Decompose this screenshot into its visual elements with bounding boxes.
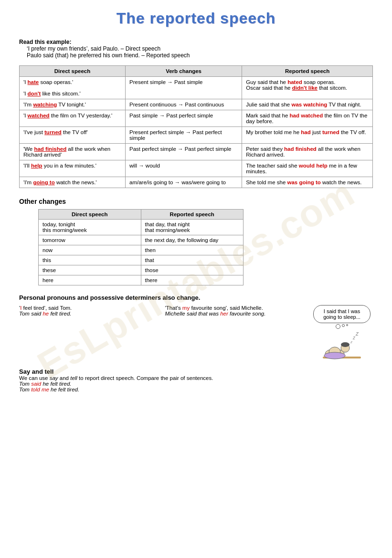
reported-speech-cell: Mark said that he had watched the film o… [242, 110, 373, 127]
header-direct-speech: Direct speech [20, 66, 126, 77]
table-row: 'I hate soap operas.' 'I don't like this… [20, 77, 373, 99]
direct-speech-cell: 'I watched the film on TV yesterday.' [20, 110, 126, 127]
direct-speech-cell: 'We had finished all the work when Richa… [20, 144, 126, 160]
svg-text:z: z [352, 335, 356, 340]
other-header-reported: Reported speech [141, 210, 244, 220]
other-changes-section: Direct speech Reported speech today, ton… [38, 209, 373, 285]
verb-changes-cell: Past simple → Past perfect simple [126, 110, 242, 127]
thought-bubble-section: I said that I was going to sleep... z z … [311, 305, 373, 361]
other-direct-cell: this [39, 255, 141, 265]
other-reported-cell: that day, that nightthat morning/week [141, 220, 244, 235]
table-row: 'I'll help you in a few minutes.' will →… [20, 160, 373, 177]
sleeping-figure-icon: z z z [320, 329, 363, 361]
say-tell-section: Say and tell We can use say and tell to … [19, 368, 373, 392]
other-direct-cell: these [39, 265, 141, 275]
other-reported-cell: then [141, 245, 244, 255]
svg-point-3 [341, 342, 350, 347]
thought-circle-small [346, 324, 348, 326]
table-row: 'I've just turned the TV off' Present pe… [20, 127, 373, 144]
page-title: The reported speech [19, 10, 373, 27]
pronoun-example1: 'I feel tired', said Tom. Tom said he fe… [19, 305, 160, 316]
thought-circle-large [336, 324, 340, 329]
verb-changes-cell: Present perfect simple → Past perfect si… [126, 127, 242, 144]
other-table-row: now then [39, 245, 244, 255]
read-example-section: Read this example: ‘I prefer my own frie… [19, 39, 373, 59]
other-header-direct: Direct speech [39, 210, 141, 220]
direct-speech-cell: 'I'm watching TV tonight.' [20, 99, 126, 110]
other-changes-title: Other changes [19, 198, 373, 205]
direct-speech-cell: 'I hate soap operas.' 'I don't like this… [20, 77, 126, 99]
read-example-line1: ‘I prefer my own friends’, said Paulo. –… [27, 45, 373, 52]
pronouns-examples-left: 'I feel tired', said Tom. Tom said he fe… [19, 305, 160, 316]
verb-changes-cell: am/are/is going to → was/were going to [126, 177, 242, 188]
svg-text:z: z [355, 330, 359, 337]
say-tell-line2: Tom said he felt tired. [19, 381, 72, 387]
verb-changes-cell: Present continuous → Past continuous [126, 99, 242, 110]
reported-speech-cell: Julie said that she was watching TV that… [242, 99, 373, 110]
reported-speech-cell: Peter said they had finished all the wor… [242, 144, 373, 160]
other-direct-cell: tomorrow [39, 235, 141, 245]
verb-changes-cell: Past perfect simple → Past perfect simpl… [126, 144, 242, 160]
verb-changes-cell: Present simple → Past simple [126, 77, 242, 99]
thought-circles [336, 324, 348, 329]
table-row: 'I'm watching TV tonight.' Present conti… [20, 99, 373, 110]
other-reported-cell: those [141, 265, 244, 275]
other-direct-cell: today, tonightthis morning/week [39, 220, 141, 235]
thought-circle-medium [342, 324, 345, 327]
main-table: Direct speech Verb changes Reported spee… [19, 65, 373, 188]
table-row: 'I watched the film on TV yesterday.' Pa… [20, 110, 373, 127]
reported-speech-cell: Guy said that he hated soap operas. Osca… [242, 77, 373, 99]
say-tell-title: Say and tell [19, 368, 53, 375]
other-table-row: tomorrow the next day, the following day [39, 235, 244, 245]
pronouns-title: Personal pronouns and possessive determi… [19, 294, 373, 301]
say-tell-line1: We can use say and tell to report direct… [19, 375, 213, 381]
read-example-label: Read this example: [19, 39, 373, 45]
read-example-line2: Paulo said (that) he preferred his own f… [27, 52, 373, 59]
direct-speech-cell: 'I'll help you in a few minutes.' [20, 160, 126, 177]
other-reported-cell: there [141, 275, 244, 285]
other-reported-cell: the next day, the following day [141, 235, 244, 245]
direct-speech-cell: 'I'm going to watch the news.' [20, 177, 126, 188]
reported-speech-cell: She told me she was going to watch the n… [242, 177, 373, 188]
thought-bubble: I said that I was going to sleep... [313, 305, 371, 323]
other-direct-cell: here [39, 275, 141, 285]
other-changes-table: Direct speech Reported speech today, ton… [38, 209, 244, 285]
table-row: 'I'm going to watch the news.' am/are/is… [20, 177, 373, 188]
other-reported-cell: that [141, 255, 244, 265]
header-reported-speech: Reported speech [242, 66, 373, 77]
svg-text:z: z [350, 340, 353, 344]
pronouns-section: Personal pronouns and possessive determi… [19, 294, 373, 361]
reported-speech-cell: The teacher said she would help me in a … [242, 160, 373, 177]
other-table-row: these those [39, 265, 244, 275]
other-direct-cell: now [39, 245, 141, 255]
other-table-row: here there [39, 275, 244, 285]
direct-speech-cell: 'I've just turned the TV off' [20, 127, 126, 144]
pronouns-examples-right: 'That's my favourite song', said Michell… [165, 305, 307, 316]
pronoun-example2: 'That's my favourite song', said Michell… [165, 305, 307, 316]
reported-speech-cell: My brother told me he had just turned th… [242, 127, 373, 144]
header-verb-changes: Verb changes [126, 66, 242, 77]
other-table-row: this that [39, 255, 244, 265]
say-tell-line3: Tom told me he felt tired. [19, 387, 79, 392]
table-row: 'We had finished all the work when Richa… [20, 144, 373, 160]
other-table-row: today, tonightthis morning/week that day… [39, 220, 244, 235]
svg-point-8 [324, 352, 345, 359]
verb-changes-cell: will → would [126, 160, 242, 177]
